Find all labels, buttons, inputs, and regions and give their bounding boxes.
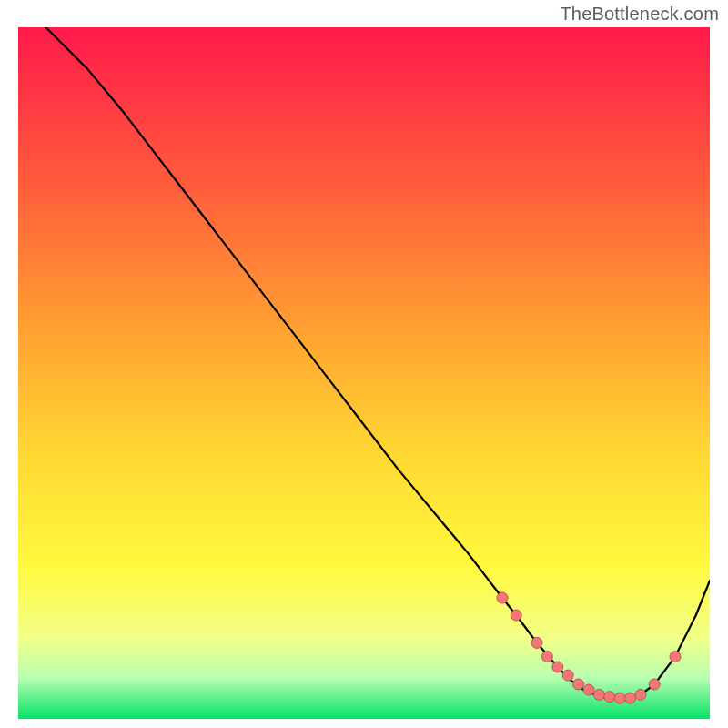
- data-marker: [593, 689, 604, 700]
- data-marker: [531, 637, 542, 648]
- data-marker: [552, 662, 563, 672]
- data-marker: [604, 692, 615, 703]
- data-marker: [541, 652, 552, 662]
- data-marker: [649, 679, 660, 690]
- gradient-background: [18, 27, 710, 719]
- data-marker: [614, 693, 625, 703]
- chart-container: TheBottleneck.com: [0, 0, 728, 728]
- data-marker: [497, 592, 508, 603]
- data-marker: [635, 689, 646, 700]
- data-marker: [511, 610, 521, 621]
- data-marker: [562, 670, 573, 681]
- data-marker: [573, 679, 584, 690]
- data-marker: [625, 693, 636, 703]
- bottleneck-chart: [18, 27, 710, 719]
- data-marker: [583, 684, 594, 695]
- data-marker: [670, 652, 681, 662]
- attribution-label: TheBottleneck.com: [560, 4, 719, 25]
